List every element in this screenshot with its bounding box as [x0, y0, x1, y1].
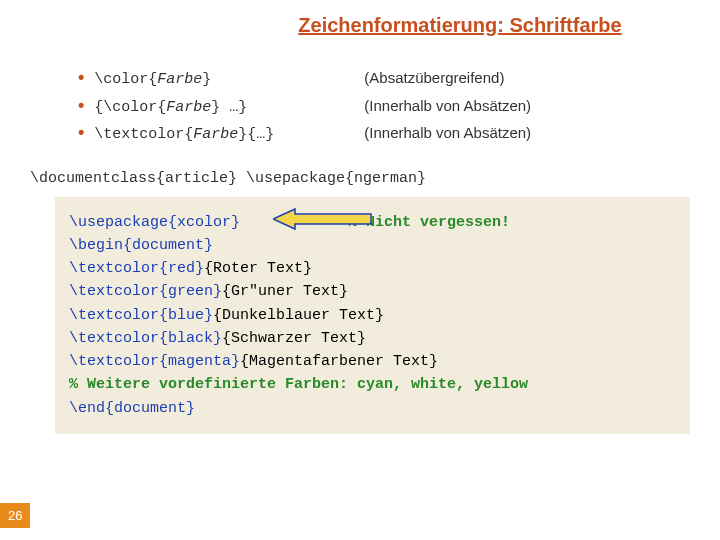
code-line: \textcolor{blue}{Dunkelblauer Text}: [69, 304, 678, 327]
list-item: • {\color{Farbe} …} (Innerhalb von Absät…: [78, 93, 720, 121]
bullet-icon: •: [78, 65, 84, 90]
code-line: \begin{document}: [69, 234, 678, 257]
list-item: • \textcolor{Farbe}{…} (Innerhalb von Ab…: [78, 120, 720, 148]
bullet-icon: •: [78, 120, 84, 145]
description-text: (Innerhalb von Absätzen): [364, 93, 531, 119]
code-block: \usepackage{xcolor} % Nicht vergessen! \…: [55, 197, 690, 434]
code-line: \textcolor{green}{Gr"uner Text}: [69, 280, 678, 303]
command-text: {\color{Farbe} …}: [94, 95, 364, 121]
page-number: 26: [0, 503, 30, 528]
svg-marker-0: [273, 209, 371, 229]
code-line: \textcolor{black}{Schwarzer Text}: [69, 327, 678, 350]
code-line: % Weitere vordefinierte Farben: cyan, wh…: [69, 373, 678, 396]
description-text: (Innerhalb von Absätzen): [364, 120, 531, 146]
arrow-left-icon: [273, 207, 373, 231]
list-item: • \color{Farbe} (Absatzübergreifend): [78, 65, 720, 93]
bullet-list: • \color{Farbe} (Absatzübergreifend) • {…: [78, 65, 720, 148]
code-line: \textcolor{red}{Roter Text}: [69, 257, 678, 280]
code-line: \end{document}: [69, 397, 678, 420]
code-line: \usepackage{xcolor} % Nicht vergessen!: [69, 211, 678, 234]
code-header-line: \documentclass{article} \usepackage{nger…: [30, 170, 720, 187]
bullet-icon: •: [78, 93, 84, 118]
command-text: \textcolor{Farbe}{…}: [94, 122, 364, 148]
description-text: (Absatzübergreifend): [364, 65, 504, 91]
code-line: \textcolor{magenta}{Magentafarbener Text…: [69, 350, 678, 373]
command-text: \color{Farbe}: [94, 67, 364, 93]
slide-title: Zeichenformatierung: Schriftfarbe: [0, 0, 720, 37]
